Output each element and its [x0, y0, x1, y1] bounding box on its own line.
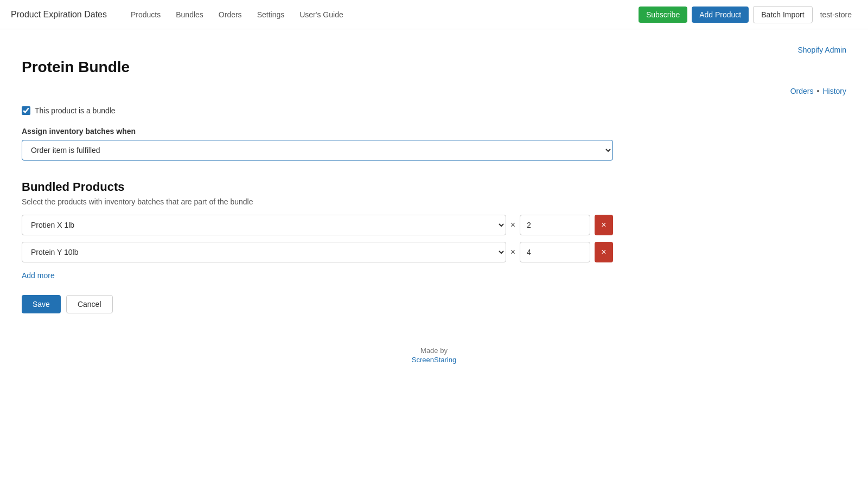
bundle-checkbox-label: This product is a bundle	[35, 106, 116, 115]
separator: •	[817, 87, 820, 95]
history-link[interactable]: History	[822, 87, 846, 95]
qty-input-1[interactable]	[520, 215, 590, 235]
save-button[interactable]: Save	[22, 295, 61, 313]
navbar: Product Expiration Dates Products Bundle…	[0, 0, 868, 29]
footer-made-by-label: Made by	[420, 346, 448, 355]
nav-users-guide[interactable]: User's Guide	[292, 10, 350, 19]
remove-product-button-1[interactable]: ×	[595, 215, 613, 235]
top-links: Shopify Admin	[22, 46, 846, 54]
page-title: Protein Bundle	[22, 59, 846, 76]
subscribe-button[interactable]: Subscribe	[639, 7, 687, 23]
assign-inventory-select[interactable]: Order item is fulfilled Order is created…	[22, 140, 613, 160]
orders-link[interactable]: Orders	[790, 87, 814, 95]
assign-inventory-label: Assign inventory batches when	[22, 127, 846, 136]
bundle-checkbox-row: This product is a bundle	[22, 106, 846, 115]
nav-bundles[interactable]: Bundles	[168, 10, 211, 19]
bundle-checkbox[interactable]	[22, 106, 30, 115]
footer-company-link[interactable]: ScreenStaring	[22, 356, 846, 364]
footer: Made by ScreenStaring	[22, 346, 846, 380]
add-more-link[interactable]: Add more	[22, 271, 55, 280]
app-brand: Product Expiration Dates	[11, 10, 107, 20]
product-row: Protien X 1lb Protein Y 10lb × ×	[22, 215, 613, 235]
nav-orders[interactable]: Orders	[211, 10, 250, 19]
product-select-2[interactable]: Protien X 1lb Protein Y 10lb	[22, 242, 506, 262]
add-product-button[interactable]: Add Product	[692, 7, 749, 23]
cancel-button[interactable]: Cancel	[66, 295, 113, 313]
orders-history-links: Orders • History	[22, 87, 846, 95]
bundled-products-section: Bundled Products Select the products wit…	[22, 180, 846, 313]
nav-settings[interactable]: Settings	[250, 10, 292, 19]
store-name: test-store	[820, 10, 852, 19]
bundled-products-desc: Select the products with inventory batch…	[22, 197, 846, 206]
remove-product-button-2[interactable]: ×	[595, 242, 613, 262]
multiply-sign-2: ×	[510, 247, 515, 257]
bundled-products-title: Bundled Products	[22, 180, 846, 194]
shopify-admin-link[interactable]: Shopify Admin	[798, 46, 847, 54]
nav-products[interactable]: Products	[123, 10, 168, 19]
qty-input-2[interactable]	[520, 242, 590, 262]
batch-import-button[interactable]: Batch Import	[753, 6, 812, 23]
navbar-actions: Subscribe Add Product Batch Import test-…	[639, 6, 857, 23]
product-row: Protien X 1lb Protein Y 10lb × ×	[22, 242, 613, 262]
action-buttons: Save Cancel	[22, 295, 846, 313]
assign-inventory-section: Assign inventory batches when Order item…	[22, 127, 846, 160]
multiply-sign-1: ×	[510, 220, 515, 230]
store-selector[interactable]: test-store	[817, 10, 857, 19]
product-select-1[interactable]: Protien X 1lb Protein Y 10lb	[22, 215, 506, 235]
nav-links: Products Bundles Orders Settings User's …	[123, 10, 639, 19]
main-content: Shopify Admin Protein Bundle Orders • Hi…	[0, 29, 868, 488]
